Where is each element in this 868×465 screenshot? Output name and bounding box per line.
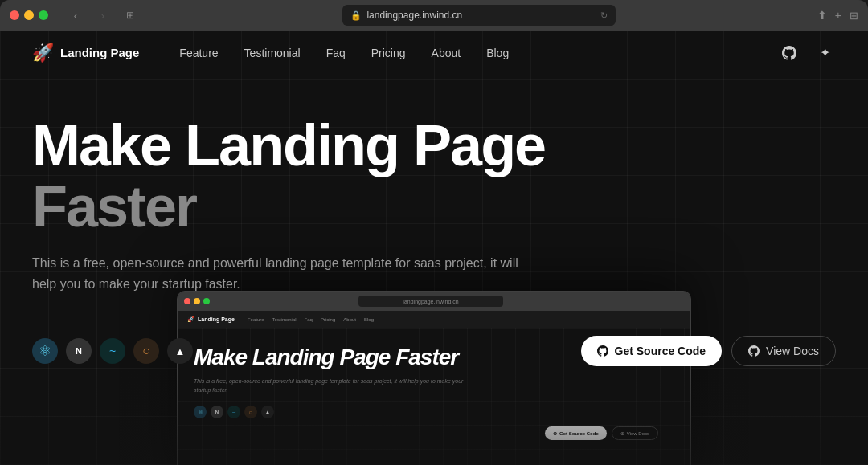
- brand-name: Landing Page: [60, 46, 139, 59]
- close-button[interactable]: [10, 10, 19, 20]
- github-icon-docs: [748, 345, 760, 357]
- hero-actions-row: ⚛ N ~ ○ ▲ Get Source Code View Docs: [0, 336, 868, 366]
- preview-vercel: ▲: [261, 406, 274, 418]
- preview-tech-row: ⚛ N ~ ○ ▲: [194, 406, 674, 418]
- cta-buttons: Get Source Code View Docs: [581, 336, 836, 366]
- nav-brand: 🚀 Landing Page: [32, 43, 139, 63]
- preview-react: ⚛: [194, 406, 207, 418]
- browser-action-buttons: ⬆ + ⊞: [817, 9, 858, 22]
- tailwind-icon: ~: [100, 338, 125, 364]
- nav-feature[interactable]: Feature: [179, 47, 218, 59]
- hero-title: Make Landing Page Faster: [32, 116, 659, 237]
- hero-title-faster: Faster: [32, 174, 196, 239]
- share-icon[interactable]: ⬆: [817, 9, 827, 22]
- browser-window: ‹ › ⊞ 🔒 landingpage.inwind.cn ↻ ⬆ + ⊞: [0, 0, 868, 31]
- minimize-button[interactable]: [24, 10, 34, 20]
- maximize-button[interactable]: [39, 10, 48, 20]
- nav-faq[interactable]: Faq: [326, 47, 346, 59]
- preview-tailwind: ~: [227, 406, 240, 418]
- get-source-code-button[interactable]: Get Source Code: [581, 336, 723, 366]
- traffic-lights: [10, 10, 48, 20]
- browser-titlebar: ‹ › ⊞ 🔒 landingpage.inwind.cn ↻ ⬆ + ⊞: [0, 0, 868, 31]
- react-icon: ⚛: [32, 338, 58, 364]
- forward-button[interactable]: ›: [92, 7, 114, 23]
- url-text: landingpage.inwind.cn: [366, 10, 462, 21]
- preview-get-source-button: ⊕ Get Source Code: [545, 426, 607, 440]
- github-icon-btn: [597, 345, 608, 357]
- nav-right-actions: ✦: [778, 42, 836, 64]
- preview-next: N: [211, 406, 223, 418]
- vercel-icon: ▲: [167, 338, 193, 364]
- lock-icon: 🔒: [350, 10, 362, 21]
- preview-view-docs-button: ⊕ View Docs: [612, 426, 658, 440]
- view-docs-button[interactable]: View Docs: [731, 336, 836, 366]
- next-icon: N: [66, 338, 92, 364]
- nav-pricing[interactable]: Pricing: [371, 47, 406, 59]
- preview-cta-buttons: ⊕ Get Source Code ⊕ View Docs: [194, 426, 674, 440]
- reload-icon[interactable]: ↻: [600, 10, 608, 21]
- back-button[interactable]: ‹: [64, 7, 87, 23]
- browser-nav-controls: ‹ › ⊞: [64, 7, 141, 23]
- hero-subtitle: This is a free, open-source and powerful…: [32, 253, 530, 294]
- sidebar-button[interactable]: ⊞: [119, 7, 141, 23]
- nav-testimonial[interactable]: Testimonial: [244, 47, 301, 59]
- page-content: 🚀 Landing Page Feature Testimonial Faq P…: [0, 31, 868, 465]
- tech-stack: ⚛ N ~ ○ ▲: [32, 338, 193, 364]
- hero-title-part1: Make Landing Page: [32, 113, 545, 177]
- site-nav: 🚀 Landing Page Feature Testimonial Faq P…: [0, 31, 868, 75]
- theme-toggle[interactable]: ✦: [813, 42, 836, 64]
- new-tab-icon[interactable]: +: [835, 9, 841, 22]
- hero-section: Make Landing Page Faster This is a free,…: [0, 75, 691, 344]
- github-link[interactable]: [778, 42, 800, 64]
- nav-about[interactable]: About: [432, 47, 461, 59]
- github-icon: [782, 46, 796, 60]
- nav-links: Feature Testimonial Faq Pricing About Bl…: [179, 47, 778, 59]
- preview-hero-sub: This is a free, open-source and powerful…: [194, 377, 467, 394]
- address-bar-container: 🔒 landingpage.inwind.cn ↻: [148, 5, 811, 26]
- address-bar[interactable]: 🔒 landingpage.inwind.cn ↻: [342, 5, 616, 26]
- headless-icon: ○: [133, 338, 159, 364]
- nav-blog[interactable]: Blog: [486, 47, 509, 59]
- brand-emoji: 🚀: [32, 43, 54, 63]
- preview-headless: ○: [244, 406, 257, 418]
- grid-icon[interactable]: ⊞: [850, 10, 858, 22]
